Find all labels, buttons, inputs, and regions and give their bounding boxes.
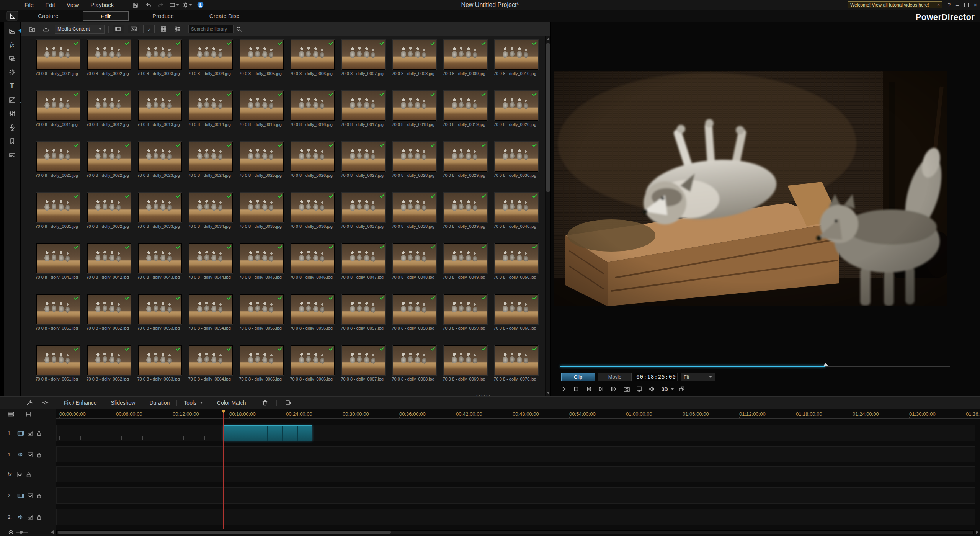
title-room-icon[interactable]: T: [5, 80, 19, 92]
library-menu-icon[interactable]: [158, 25, 168, 34]
volume-icon[interactable]: [647, 385, 657, 393]
media-item[interactable]: 70 0 8 - dolly_0021.jpg: [33, 142, 83, 193]
photo-filter-button[interactable]: [128, 25, 139, 33]
particle-room-icon[interactable]: [5, 67, 19, 78]
power-tools-icon[interactable]: [24, 399, 34, 407]
previous-frame-button[interactable]: [584, 385, 593, 393]
media-item[interactable]: 70 0 8 - dolly_0005.jpg: [236, 40, 287, 91]
track-enable-checkbox[interactable]: [17, 472, 22, 477]
media-item[interactable]: 70 0 8 - dolly_0047.jpg: [338, 243, 389, 294]
clip-segment[interactable]: [253, 426, 268, 441]
library-scrollbar[interactable]: [545, 36, 550, 396]
media-room-icon[interactable]: [5, 25, 19, 37]
media-item[interactable]: 70 0 8 - dolly_0046.jpg: [287, 243, 338, 294]
media-item[interactable]: 70 0 8 - dolly_0017.jpg: [338, 91, 389, 142]
media-item[interactable]: 70 0 8 - dolly_0026.jpg: [287, 142, 338, 193]
search-input[interactable]: [188, 25, 234, 33]
media-item[interactable]: 70 0 8 - dolly_0022.jpg: [83, 142, 134, 193]
track-lane[interactable]: [56, 466, 975, 482]
play-button[interactable]: [559, 385, 568, 393]
media-item[interactable]: 70 0 8 - dolly_0010.jpg: [491, 40, 542, 91]
menu-view[interactable]: View: [67, 2, 79, 8]
media-item[interactable]: 70 0 8 - dolly_0012.jpg: [83, 91, 134, 142]
audio-mixing-room-icon[interactable]: [5, 108, 19, 119]
voiceover-room-icon[interactable]: [5, 122, 19, 133]
media-item[interactable]: 70 0 8 - dolly_0037.jpg: [338, 193, 389, 243]
clip-segment[interactable]: [283, 426, 298, 441]
media-item[interactable]: 70 0 8 - dolly_0020.jpg: [491, 91, 542, 142]
maximize-button[interactable]: [964, 3, 969, 7]
tab-edit[interactable]: Edit: [83, 11, 129, 21]
selected-clips[interactable]: [223, 425, 312, 441]
import-media-icon[interactable]: [27, 25, 37, 34]
media-item[interactable]: 70 0 8 - dolly_0023.jpg: [134, 142, 185, 193]
media-item[interactable]: 70 0 8 - dolly_0032.jpg: [83, 193, 134, 243]
menu-playback[interactable]: Playback: [90, 2, 114, 8]
timeline-ruler[interactable]: 00:00:00:0000:06:00:0000:12:00:0000:18:0…: [56, 410, 980, 419]
notification-banner[interactable]: Welcome! View all tutorial videos here! …: [848, 1, 942, 8]
media-item[interactable]: 70 0 8 - dolly_0018.jpg: [389, 91, 440, 142]
media-item[interactable]: 70 0 8 - dolly_0059.jpg: [440, 294, 491, 345]
media-item[interactable]: 70 0 8 - dolly_0053.jpg: [134, 294, 185, 345]
media-item[interactable]: 70 0 8 - dolly_0033.jpg: [134, 193, 185, 243]
scroll-right-icon[interactable]: [976, 530, 978, 534]
media-item[interactable]: 70 0 8 - dolly_0038.jpg: [389, 193, 440, 243]
clip-segment[interactable]: [224, 426, 238, 441]
track-enable-checkbox[interactable]: [28, 515, 33, 520]
media-item[interactable]: 70 0 8 - dolly_0055.jpg: [236, 294, 287, 345]
track-lock-icon[interactable]: [36, 452, 42, 458]
track-manager-button[interactable]: [6, 410, 15, 418]
media-item[interactable]: 70 0 8 - dolly_0068.jpg: [389, 345, 440, 396]
media-item[interactable]: 70 0 8 - dolly_0061.jpg: [33, 345, 83, 396]
slideshow-button[interactable]: Slideshow: [111, 400, 136, 406]
media-item[interactable]: 70 0 8 - dolly_0057.jpg: [338, 294, 389, 345]
playhead[interactable]: [223, 411, 224, 529]
menu-edit[interactable]: Edit: [45, 2, 55, 8]
media-item[interactable]: 70 0 8 - dolly_0025.jpg: [236, 142, 287, 193]
media-item[interactable]: 70 0 8 - dolly_0063.jpg: [134, 345, 185, 396]
media-item[interactable]: 70 0 8 - dolly_0070.jpg: [491, 345, 542, 396]
aspect-ratio-dropdown[interactable]: [169, 1, 179, 9]
zoom-out-icon[interactable]: [8, 530, 13, 535]
zoom-slider-knob[interactable]: [20, 531, 23, 534]
media-item[interactable]: 70 0 8 - dolly_0042.jpg: [83, 243, 134, 294]
media-item[interactable]: 70 0 8 - dolly_0045.jpg: [236, 243, 287, 294]
media-item[interactable]: 70 0 8 - dolly_0064.jpg: [185, 345, 236, 396]
zoom-slider[interactable]: [16, 532, 28, 533]
media-item[interactable]: 70 0 8 - dolly_0006.jpg: [287, 40, 338, 91]
track-lane[interactable]: [56, 509, 975, 525]
media-item[interactable]: 70 0 8 - dolly_0035.jpg: [236, 193, 287, 243]
transition-room-icon[interactable]: [5, 94, 19, 106]
track-lock-icon[interactable]: [36, 514, 42, 520]
track-lane[interactable]: [56, 425, 975, 441]
track-enable-checkbox[interactable]: [28, 493, 33, 498]
preview-seekbar[interactable]: [560, 366, 950, 367]
media-item[interactable]: 70 0 8 - dolly_0001.jpg: [33, 40, 83, 91]
fit-timeline-button[interactable]: [24, 410, 33, 418]
audio-filter-button[interactable]: ♪: [143, 25, 155, 33]
next-frame-button[interactable]: [597, 385, 606, 393]
help-button[interactable]: ?: [947, 2, 951, 8]
media-item[interactable]: 70 0 8 - dolly_0062.jpg: [83, 345, 134, 396]
media-item[interactable]: 70 0 8 - dolly_0050.jpg: [491, 243, 542, 294]
keyframe-icon[interactable]: [41, 399, 50, 407]
track-lane[interactable]: [56, 487, 975, 504]
media-item[interactable]: 70 0 8 - dolly_0034.jpg: [185, 193, 236, 243]
tab-create-disc[interactable]: Create Disc: [198, 11, 251, 21]
media-item[interactable]: 70 0 8 - dolly_0043.jpg: [134, 243, 185, 294]
media-item[interactable]: 70 0 8 - dolly_0051.jpg: [33, 294, 83, 345]
media-item[interactable]: 70 0 8 - dolly_0052.jpg: [83, 294, 134, 345]
preview-quality-icon[interactable]: [635, 385, 644, 393]
media-item[interactable]: 70 0 8 - dolly_0009.jpg: [440, 40, 491, 91]
menu-file[interactable]: File: [24, 2, 34, 8]
color-match-button[interactable]: Color Match: [217, 400, 246, 406]
media-item[interactable]: 70 0 8 - dolly_0013.jpg: [134, 91, 185, 142]
redo-button[interactable]: [156, 1, 166, 9]
media-item[interactable]: 70 0 8 - dolly_0015.jpg: [236, 91, 287, 142]
media-item[interactable]: 70 0 8 - dolly_0027.jpg: [338, 142, 389, 193]
pip-objects-room-icon[interactable]: [5, 53, 19, 64]
snapshot-camera-icon[interactable]: [622, 385, 631, 393]
media-item[interactable]: 70 0 8 - dolly_0030.jpg: [491, 142, 542, 193]
tools-dropdown[interactable]: Tools: [184, 400, 203, 406]
effect-room-icon[interactable]: fx: [5, 39, 19, 51]
